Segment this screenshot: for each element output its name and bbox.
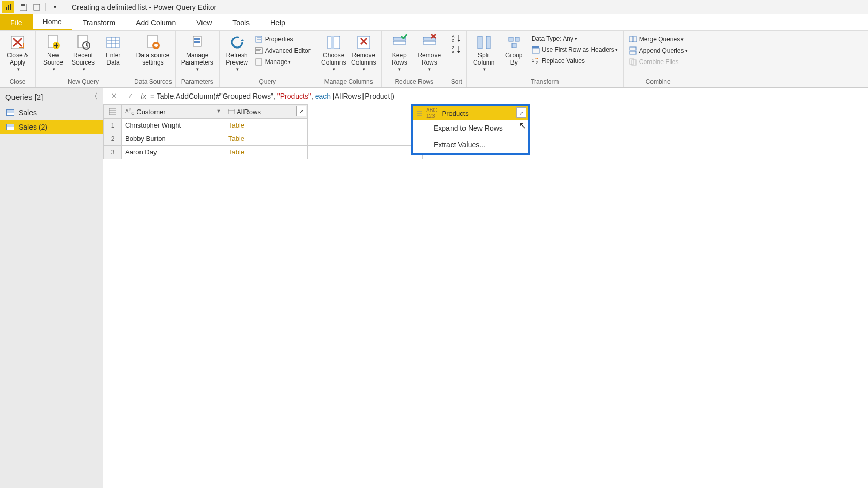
svg-text:A: A bbox=[452, 50, 455, 54]
tab-file[interactable]: File bbox=[0, 14, 33, 30]
manage-icon bbox=[255, 58, 263, 66]
undo-icon[interactable] bbox=[31, 2, 42, 13]
keep-rows-button[interactable]: Keep Rows bbox=[385, 32, 414, 74]
split-column-icon bbox=[476, 34, 492, 51]
advanced-editor-button[interactable]: Advanced Editor bbox=[253, 45, 313, 56]
column-header-products[interactable]: ABC123 Products ⤢ ↖ bbox=[413, 106, 528, 120]
cell-customer[interactable]: Aaron Day bbox=[122, 146, 225, 159]
replace-icon: 12 bbox=[532, 57, 540, 65]
filter-dropdown-icon[interactable]: ▼ bbox=[213, 106, 224, 116]
properties-button[interactable]: Properties bbox=[253, 34, 313, 44]
combine-files-button[interactable]: Combine Files bbox=[627, 57, 690, 67]
query-item-sales-2[interactable]: Sales (2) bbox=[0, 120, 103, 134]
fx-icon[interactable]: fx bbox=[141, 92, 146, 100]
svg-rect-18 bbox=[107, 37, 119, 48]
titlebar: ▾ Creating a delimited list - Power Quer… bbox=[0, 0, 868, 14]
data-source-settings-icon bbox=[145, 34, 161, 51]
recent-sources-button[interactable]: Recent Sources bbox=[69, 32, 98, 74]
main-area: Queries [2] 〈 Sales Sales (2) ✕ ✓ fx = T… bbox=[0, 88, 868, 488]
app-icon bbox=[2, 1, 14, 13]
collapse-pane-icon[interactable]: 〈 bbox=[90, 92, 98, 101]
enter-data-icon bbox=[105, 34, 121, 51]
menu-extract-values[interactable]: Extract Values... bbox=[413, 136, 528, 153]
split-column-button[interactable]: Split Column bbox=[470, 32, 499, 74]
remove-columns-icon bbox=[355, 34, 372, 51]
svg-point-29 bbox=[232, 37, 242, 48]
combine-files-icon bbox=[629, 58, 637, 66]
queries-header: Queries [2] 〈 bbox=[0, 88, 103, 105]
svg-rect-60 bbox=[515, 37, 519, 41]
svg-rect-62 bbox=[532, 46, 539, 48]
data-type-button[interactable]: Data Type: Any bbox=[530, 34, 620, 43]
grid-corner[interactable] bbox=[103, 104, 122, 119]
menu-expand-new-rows[interactable]: Expand to New Rows bbox=[413, 120, 528, 136]
svg-point-25 bbox=[154, 44, 158, 47]
column-header-allrows[interactable]: AllRows ⤢ bbox=[225, 104, 308, 119]
svg-rect-28 bbox=[194, 41, 200, 43]
sort-asc-button[interactable]: AZ bbox=[451, 33, 463, 43]
cell-allrows[interactable]: Table bbox=[225, 146, 308, 159]
svg-rect-1 bbox=[6, 7, 7, 10]
query-item-sales[interactable]: Sales bbox=[0, 105, 103, 120]
save-icon[interactable] bbox=[18, 2, 29, 13]
merge-queries-button[interactable]: Merge Queries bbox=[627, 34, 690, 44]
svg-rect-61 bbox=[512, 43, 516, 48]
svg-marker-30 bbox=[240, 39, 244, 41]
append-icon bbox=[629, 46, 637, 55]
manage-parameters-button[interactable]: Manage Parameters bbox=[179, 32, 216, 74]
qat-customize-icon[interactable]: ▾ bbox=[49, 2, 60, 13]
ribbon-group-manage-columns: Choose Columns Remove Columns Manage Col… bbox=[316, 31, 382, 87]
svg-rect-46 bbox=[423, 41, 436, 44]
svg-marker-56 bbox=[457, 51, 460, 53]
expand-allrows-icon[interactable]: ⤢ bbox=[296, 106, 306, 116]
choose-columns-button[interactable]: Choose Columns bbox=[319, 32, 348, 74]
formula-text[interactable]: = Table.AddColumn(#"Grouped Rows", "Prod… bbox=[150, 92, 394, 100]
tab-help[interactable]: Help bbox=[260, 14, 296, 30]
ribbon-group-close: Close & Apply Close bbox=[0, 31, 36, 87]
data-source-settings-button[interactable]: Data source settings bbox=[134, 32, 172, 69]
svg-text:Z: Z bbox=[452, 38, 454, 42]
refresh-preview-button[interactable]: Refresh Preview bbox=[223, 32, 252, 74]
cell-allrows[interactable]: Table bbox=[225, 119, 308, 132]
append-queries-button[interactable]: Append Queries bbox=[627, 45, 690, 56]
table-icon bbox=[6, 124, 14, 130]
replace-values-button[interactable]: 12Replace Values bbox=[530, 56, 620, 66]
ribbon-group-new-query: New Source Recent Sources Enter Data New… bbox=[36, 31, 131, 87]
accept-formula-icon[interactable]: ✓ bbox=[124, 90, 136, 102]
cancel-formula-icon[interactable]: ✕ bbox=[107, 90, 120, 102]
manage-button[interactable]: Manage bbox=[253, 57, 313, 67]
remove-rows-button[interactable]: Remove Rows bbox=[415, 32, 444, 74]
ribbon-group-sort: AZ ZA Sort bbox=[447, 31, 467, 87]
remove-columns-button[interactable]: Remove Columns bbox=[349, 32, 378, 74]
list-type-icon bbox=[416, 110, 423, 116]
tab-add-column[interactable]: Add Column bbox=[126, 14, 186, 30]
cell-customer[interactable]: Christopher Wright bbox=[122, 119, 225, 132]
new-source-button[interactable]: New Source bbox=[39, 32, 68, 74]
tab-view[interactable]: View bbox=[186, 14, 222, 30]
table-type-icon bbox=[228, 109, 235, 114]
ribbon-group-combine: Merge Queries Append Queries Combine Fil… bbox=[624, 31, 693, 87]
tab-transform[interactable]: Transform bbox=[72, 14, 126, 30]
svg-rect-58 bbox=[486, 36, 490, 49]
manage-parameters-icon bbox=[189, 34, 206, 51]
sort-desc-button[interactable]: ZA bbox=[451, 44, 463, 55]
formula-bar: ✕ ✓ fx = Table.AddColumn(#"Grouped Rows"… bbox=[103, 88, 868, 104]
expand-products-icon[interactable]: ⤢ bbox=[516, 107, 526, 118]
tab-home[interactable]: Home bbox=[33, 14, 72, 30]
close-apply-button[interactable]: Close & Apply bbox=[3, 32, 32, 74]
svg-rect-69 bbox=[630, 51, 636, 54]
menu-tabs: File Home Transform Add Column View Tool… bbox=[0, 14, 868, 31]
column-header-customer[interactable]: ABC Customer ▼ bbox=[122, 104, 225, 119]
first-row-headers-button[interactable]: Use First Row as Headers bbox=[530, 44, 620, 55]
ribbon-group-reduce-rows: Keep Rows Remove Rows Reduce Rows bbox=[382, 31, 447, 87]
svg-rect-75 bbox=[228, 109, 235, 114]
ribbon-group-data-sources: Data source settings Data Sources bbox=[131, 31, 176, 87]
svg-rect-3 bbox=[10, 4, 11, 10]
cell-allrows[interactable]: Table bbox=[225, 132, 308, 146]
qat-separator bbox=[45, 3, 46, 11]
text-type-icon: ABC bbox=[125, 107, 134, 116]
group-by-button[interactable]: Group By bbox=[500, 32, 529, 69]
cell-customer[interactable]: Bobby Burton bbox=[122, 132, 225, 146]
enter-data-button[interactable]: Enter Data bbox=[99, 32, 128, 69]
tab-tools[interactable]: Tools bbox=[222, 14, 260, 30]
